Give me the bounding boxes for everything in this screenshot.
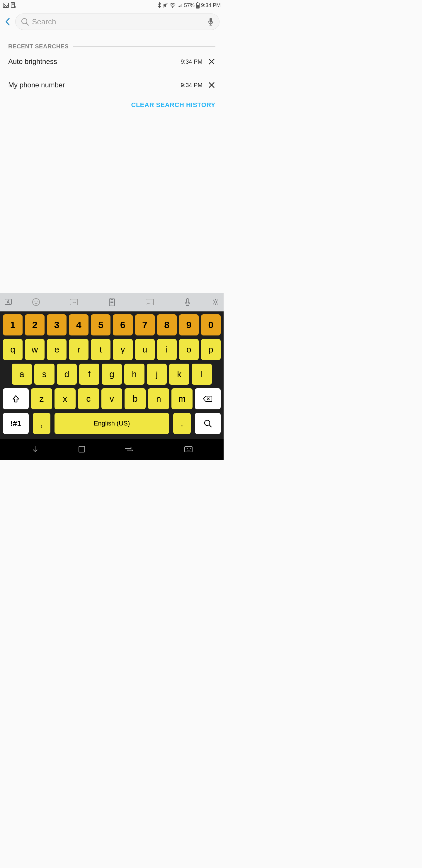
key-num-8[interactable]: 8 <box>157 314 177 336</box>
recent-item[interactable]: Auto brightness 9:34 PM <box>8 50 216 73</box>
key-g[interactable]: g <box>102 364 122 385</box>
key-num-3[interactable]: 3 <box>47 314 67 336</box>
svg-point-22 <box>37 301 37 302</box>
signal-icon <box>177 3 183 8</box>
key-k[interactable]: k <box>169 364 189 385</box>
key-d[interactable]: d <box>57 364 77 385</box>
bluetooth-icon <box>158 2 161 8</box>
nav-hide-keyboard[interactable] <box>31 445 39 454</box>
svg-point-46 <box>186 448 186 449</box>
svg-rect-44 <box>79 446 85 452</box>
svg-point-38 <box>214 301 217 303</box>
key-o[interactable]: o <box>179 339 199 360</box>
key-w[interactable]: w <box>25 339 44 360</box>
settings-icon[interactable] <box>206 298 220 306</box>
search-row <box>0 10 224 34</box>
key-h[interactable]: h <box>124 364 144 385</box>
key-s[interactable]: s <box>34 364 55 385</box>
key-a[interactable]: a <box>12 364 32 385</box>
nav-keyboard-switch[interactable] <box>184 446 193 453</box>
svg-rect-8 <box>197 2 198 3</box>
gif-icon[interactable]: GIF <box>55 299 93 306</box>
nav-bar <box>0 439 224 460</box>
status-time: 9:34 PM <box>201 2 221 8</box>
doc-icon <box>10 2 16 8</box>
nav-recents[interactable] <box>78 445 86 453</box>
nav-home[interactable] <box>124 446 134 453</box>
key-p[interactable]: p <box>201 339 221 360</box>
key-v[interactable]: v <box>101 388 123 409</box>
svg-point-32 <box>148 303 149 304</box>
key-num-6[interactable]: 6 <box>113 314 132 336</box>
recent-item-label: My phone number <box>8 81 175 89</box>
wifi-icon <box>169 3 176 8</box>
key-f[interactable]: f <box>79 364 99 385</box>
keyboard-toolbar: GIF <box>0 293 224 311</box>
svg-rect-9 <box>197 5 199 8</box>
recent-item-time: 9:34 PM <box>181 58 202 65</box>
svg-point-6 <box>172 7 173 8</box>
voice-input-icon[interactable] <box>169 298 206 306</box>
key-n[interactable]: n <box>148 388 169 409</box>
svg-point-49 <box>190 448 191 449</box>
key-z[interactable]: z <box>31 388 52 409</box>
recent-header-label: RECENT SEARCHES <box>8 43 69 50</box>
recent-searches-header: RECENT SEARCHES <box>8 43 216 50</box>
svg-point-31 <box>147 303 148 304</box>
key-num-4[interactable]: 4 <box>69 314 89 336</box>
key-u[interactable]: u <box>135 339 155 360</box>
comma-key[interactable]: , <box>33 413 51 434</box>
remove-recent-button[interactable] <box>208 58 216 65</box>
key-q[interactable]: q <box>3 339 23 360</box>
key-num-0[interactable]: 0 <box>201 314 221 336</box>
search-key[interactable] <box>195 413 221 434</box>
key-j[interactable]: j <box>147 364 167 385</box>
period-key[interactable]: . <box>173 413 191 434</box>
svg-rect-36 <box>186 299 189 303</box>
svg-point-48 <box>189 448 189 449</box>
svg-line-42 <box>209 425 211 427</box>
battery-percent: 57% <box>184 2 195 8</box>
svg-point-34 <box>151 303 151 304</box>
clipboard-icon[interactable] <box>93 298 131 306</box>
remove-recent-button[interactable] <box>208 81 216 89</box>
key-m[interactable]: m <box>171 388 193 409</box>
svg-point-47 <box>187 448 188 449</box>
svg-rect-50 <box>187 450 190 451</box>
clear-history-button[interactable]: CLEAR SEARCH HISTORY <box>131 101 216 109</box>
search-box[interactable] <box>15 13 220 30</box>
search-icon <box>21 18 29 26</box>
key-e[interactable]: e <box>47 339 67 360</box>
key-i[interactable]: i <box>157 339 177 360</box>
svg-point-1 <box>4 4 5 5</box>
keyboard-layout-icon[interactable] <box>131 299 168 306</box>
emoji-icon[interactable] <box>17 298 55 306</box>
mute-icon <box>162 2 168 8</box>
key-b[interactable]: b <box>125 388 145 409</box>
battery-icon <box>196 2 200 8</box>
key-num-1[interactable]: 1 <box>3 314 23 336</box>
key-r[interactable]: r <box>69 339 89 360</box>
key-num-2[interactable]: 2 <box>25 314 44 336</box>
mic-icon[interactable] <box>207 17 214 26</box>
svg-point-21 <box>34 301 35 302</box>
key-t[interactable]: t <box>91 339 110 360</box>
key-num-5[interactable]: 5 <box>91 314 110 336</box>
key-num-7[interactable]: 7 <box>135 314 155 336</box>
shift-key[interactable] <box>3 388 29 409</box>
key-num-9[interactable]: 9 <box>179 314 199 336</box>
svg-point-35 <box>152 303 152 304</box>
key-x[interactable]: x <box>55 388 75 409</box>
svg-point-33 <box>150 303 150 304</box>
key-y[interactable]: y <box>113 339 132 360</box>
symbols-key[interactable]: !#1 <box>3 413 29 434</box>
key-c[interactable]: c <box>78 388 99 409</box>
space-key[interactable]: English (US) <box>55 413 169 434</box>
backspace-key[interactable] <box>195 388 221 409</box>
svg-point-20 <box>33 299 39 306</box>
key-l[interactable]: l <box>192 364 212 385</box>
text-input-mode-icon[interactable] <box>4 298 17 306</box>
back-button[interactable] <box>4 17 11 26</box>
recent-item[interactable]: My phone number 9:34 PM <box>8 73 216 97</box>
search-input[interactable] <box>32 17 204 26</box>
